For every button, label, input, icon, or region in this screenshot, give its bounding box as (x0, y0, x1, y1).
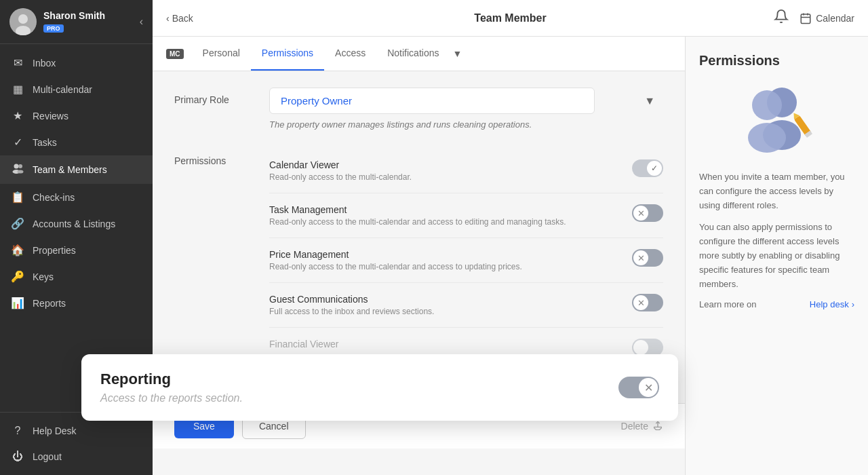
sidebar-item-label: Logout (33, 451, 62, 462)
toggle-wrapper[interactable]: ✓ (632, 159, 663, 177)
right-panel-illustration (699, 82, 854, 157)
right-panel-text-2: You can also apply permissions to config… (699, 221, 854, 291)
topbar-right: Calendar (774, 9, 854, 27)
sidebar-item-tasks[interactable]: ✓ Tasks (0, 129, 153, 155)
inbox-icon: ✉ (11, 56, 24, 69)
sidebar-item-label: Multi-calendar (33, 84, 92, 95)
sidebar-item-accounts-listings[interactable]: 🔗 Accounts & Listings (0, 210, 153, 237)
topbar-left: ‹ Back (166, 13, 193, 24)
permission-desc: Read-only access to the multi-calendar a… (269, 262, 621, 271)
permission-name: Price Management (269, 249, 621, 260)
svg-point-13 (752, 90, 782, 120)
permission-guest-communications: Guest Communications Full access to the … (269, 283, 663, 328)
delete-button[interactable]: Delete (621, 421, 663, 432)
primary-role-label: Primary Role (174, 88, 269, 105)
help-desk-icon: ? (11, 425, 24, 437)
right-panel-title: Permissions (699, 53, 854, 69)
sidebar-collapse-button[interactable]: ‹ (140, 16, 143, 28)
permission-price-management: Price Management Read-only access to the… (269, 238, 663, 283)
primary-role-row: Primary Role Property Owner ▼ The proper… (174, 88, 663, 130)
tab-personal[interactable]: Personal (192, 37, 251, 71)
reporting-toggle[interactable]: ✕ (618, 377, 659, 398)
sidebar-item-help-desk[interactable]: ? Help Desk (0, 418, 153, 444)
toggle-wrapper[interactable]: ✕ (632, 249, 663, 267)
permission-info: Financial Viewer (269, 339, 621, 352)
sidebar-item-inbox[interactable]: ✉ Inbox (0, 50, 153, 76)
tooltip-popup: Reporting Access to the reports section.… (81, 354, 678, 421)
tabs-bar: MC Personal Permissions Access Notificat… (153, 37, 685, 71)
tasks-icon: ✓ (11, 136, 24, 149)
toggle-wrapper[interactable]: ✕ (632, 204, 663, 222)
toggle-knob: ✕ (639, 378, 658, 397)
sidebar-footer: ? Help Desk ⏻ Logout (0, 412, 153, 475)
sidebar-item-reports[interactable]: 📊 Reports (0, 290, 153, 316)
permission-name: Task Management (269, 204, 621, 215)
back-button[interactable]: ‹ Back (166, 13, 193, 24)
calendar-label: Calendar (816, 13, 854, 24)
sidebar-item-label: Reviews (33, 111, 68, 121)
sidebar-header: Sharon Smith PRO ‹ (0, 0, 153, 44)
permission-calendar-viewer: Calendar Viewer Read-only access to the … (269, 149, 663, 193)
toggle-wrapper[interactable]: ✕ (632, 294, 663, 311)
form-area: Primary Role Property Owner ▼ The proper… (153, 71, 685, 403)
sidebar-item-team-members[interactable]: Team & Members (0, 155, 153, 184)
sidebar-item-label: Tasks (33, 137, 57, 148)
right-panel-text-1: When you invite a team member, you can c… (699, 170, 854, 212)
learn-more-row: Learn more on Help desk › (699, 299, 854, 309)
check-ins-icon: 📋 (11, 191, 24, 204)
notification-bell-button[interactable] (774, 9, 789, 27)
logout-icon: ⏻ (11, 451, 24, 463)
toggle-guest-communications[interactable]: ✕ (632, 294, 663, 311)
chevron-left-icon: ‹ (166, 13, 170, 24)
permission-name: Guest Communications (269, 294, 621, 305)
role-select-wrapper: Property Owner ▼ (269, 88, 663, 114)
sidebar-item-keys[interactable]: 🔑 Keys (0, 263, 153, 290)
accounts-icon: 🔗 (11, 217, 24, 230)
keys-icon: 🔑 (11, 270, 24, 283)
sidebar-item-reviews[interactable]: ★ Reviews (0, 102, 153, 129)
chevron-down-icon: ▼ (644, 95, 655, 107)
toggle-price-management[interactable]: ✕ (632, 249, 663, 267)
svg-point-6 (18, 170, 24, 174)
tab-notifications[interactable]: Notifications (376, 37, 450, 71)
right-panel: Permissions When you invite a team membe… (685, 37, 868, 475)
sidebar-item-multi-calendar[interactable]: ▦ Multi-calendar (0, 76, 153, 102)
sidebar-item-label: Properties (33, 245, 76, 256)
x-icon: ✕ (644, 381, 653, 394)
toggle-knob: ✓ (647, 161, 662, 176)
toggle-knob: ✕ (633, 295, 648, 310)
help-desk-link[interactable]: Help desk › (810, 299, 854, 309)
permission-desc: Read-only access to the multi-calendar. (269, 172, 621, 182)
toggle-task-management[interactable]: ✕ (632, 204, 663, 222)
role-description: The property owner manages listings and … (269, 119, 663, 130)
sidebar-item-properties[interactable]: 🏠 Properties (0, 237, 153, 263)
reports-icon: 📊 (11, 297, 24, 309)
permissions-list: Calendar Viewer Read-only access to the … (269, 149, 663, 368)
sidebar-item-check-ins[interactable]: 📋 Check-ins (0, 184, 153, 210)
pro-badge: PRO (43, 24, 64, 33)
svg-point-5 (18, 164, 22, 168)
sidebar-item-label: Help Desk (33, 425, 77, 436)
permission-info: Task Management Read-only access to the … (269, 204, 621, 227)
permission-info: Calendar Viewer Read-only access to the … (269, 159, 621, 182)
help-link-label: Help desk (810, 299, 849, 309)
sidebar-item-label: Team & Members (33, 164, 107, 175)
tooltip-title: Reporting (100, 370, 243, 388)
toggle-calendar-viewer[interactable]: ✓ (632, 159, 663, 177)
permission-desc: Full access to the inbox and reviews sec… (269, 307, 621, 316)
sidebar-item-logout[interactable]: ⏻ Logout (0, 444, 153, 470)
topbar: ‹ Back Team Member Calendar (153, 0, 868, 37)
role-select[interactable]: Property Owner (269, 88, 595, 114)
primary-role-field: Property Owner ▼ The property owner mana… (269, 88, 663, 130)
permission-name: Financial Viewer (269, 339, 621, 349)
tab-access[interactable]: Access (324, 37, 376, 71)
team-members-icon (11, 162, 24, 177)
permission-desc: Read-only access to the multi-calendar a… (269, 217, 621, 227)
permissions-row: Permissions Calendar Viewer Read-only ac… (174, 149, 663, 368)
tabs-more-button[interactable]: ▼ (452, 48, 462, 59)
sidebar-user-info: Sharon Smith PRO (43, 10, 140, 33)
page-title: Team Member (474, 12, 546, 24)
tab-permissions[interactable]: Permissions (251, 37, 324, 71)
calendar-button[interactable]: Calendar (800, 12, 854, 24)
svg-point-1 (18, 14, 28, 24)
